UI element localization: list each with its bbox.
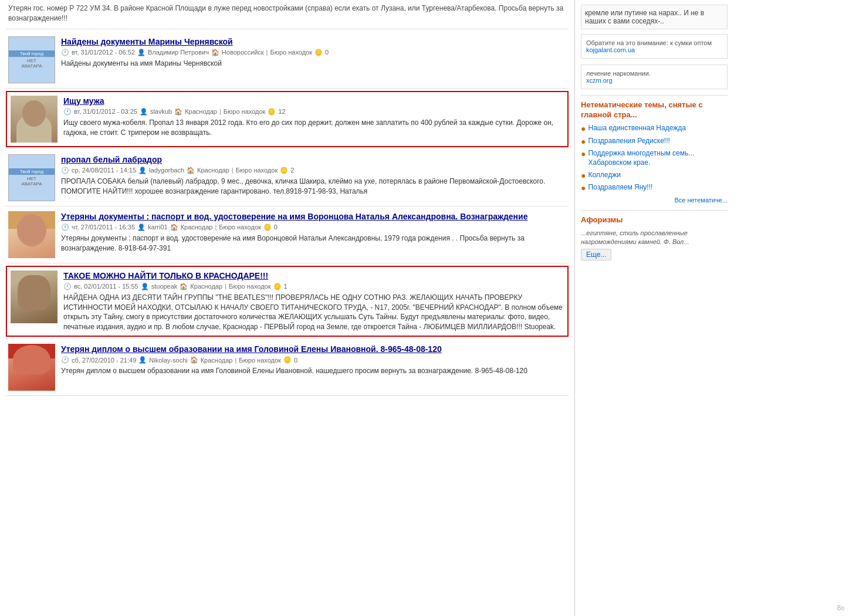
coin-icon-4: 🪙 (263, 224, 272, 231)
coin-icon: 🪙 (314, 49, 323, 56)
post-diplom: Утерян диплом о высшем образовании на им… (6, 339, 569, 396)
post-user-vorontsova[interactable]: karri01 (148, 224, 168, 231)
post-text-diplom: Утерян диплом о высшем образовании на им… (61, 366, 566, 376)
post-title-takoe[interactable]: ТАКОЕ МОЖНО НАЙТИ ТОЛЬКО В КРАСНОДАРЕ!!! (63, 270, 564, 281)
post-coins-labrador: 2 (290, 167, 294, 174)
sidebar-all-offtopic: Все нетематиче... (581, 196, 728, 204)
sidebar-top-ad-text: кремле или путине на нарах.. И не в наши… (585, 9, 704, 25)
post-takoe-mozhno: ТАКОЕ МОЖНО НАЙТИ ТОЛЬКО В КРАСНОДАРЕ!!!… (6, 266, 569, 337)
home-icon-2: 🏠 (174, 108, 182, 116)
post-city-naydeny: Новороссийск (222, 49, 264, 56)
post-coins-takoe: 1 (284, 283, 287, 290)
sidebar-ad1-text: Обратите на это внимание: к сумки оптом (586, 39, 722, 46)
avatar-no-avatar-2: Твой город НЕТАВАТАРА (8, 154, 55, 201)
post-user-diplom[interactable]: Nikolay-sochi (149, 357, 187, 364)
post-date-vorontsova: чт, 27/01/2011 - 16:35 (72, 224, 135, 231)
post-title-labrador[interactable]: пропал белый лабрадор (61, 154, 566, 165)
sidebar-offtopic-link-text-1[interactable]: Наша единственная Надежда (588, 124, 685, 133)
sidebar-divider-2 (581, 210, 728, 211)
post-meta-vorontsova: 🕐 чт, 27/01/2011 - 16:35 👤 karri01 🏠 Кра… (61, 224, 566, 231)
post-user-naydeny[interactable]: Владимир Петрович (148, 49, 209, 56)
sidebar-offtopic-link-text-4[interactable]: Колледжи (588, 171, 621, 180)
post-text-labrador: ПРОПАЛА СОБАКА белый (палевый) лабрадор,… (61, 177, 566, 197)
clock-icon-4: 🕐 (61, 224, 69, 231)
clock-icon-2: 🕐 (63, 108, 72, 116)
post-title-diplom[interactable]: Утерян диплом о высшем образовании на им… (61, 344, 566, 354)
bullet-icon-2: ● (581, 137, 586, 147)
post-user-labrador[interactable]: ladygorbach (149, 167, 184, 174)
post-title-ishu[interactable]: Ищу мужа (63, 96, 564, 106)
sidebar-offtopic-title: Нетематические темы, снятые с главной ст… (581, 100, 728, 120)
post-meta-diplom: 🕐 сб, 27/02/2010 - 21:49 👤 Nikolay-sochi… (61, 356, 566, 364)
home-icon-6: 🏠 (190, 356, 198, 364)
sidebar-ad2-text: лечение наркомании. (586, 70, 722, 77)
sidebar-offtopic-link-text-2[interactable]: Поздравления Редиске!!! (588, 137, 669, 146)
post-ishu-muzha: Ищу мужа 🕐 вт, 31/01/2012 - 03:25 👤 slav… (6, 91, 569, 147)
bullet-icon-5: ● (581, 183, 586, 193)
sidebar-ad2-link[interactable]: xczm.org (586, 77, 613, 84)
post-meta-takoe: 🕐 вс, 02/01/2011 - 15:55 👤 stuopeak 🏠 Кр… (63, 283, 564, 290)
post-city-diplom: Краснодар (201, 357, 233, 364)
sidebar-ad1-link[interactable]: kojgalant.com.ua (586, 46, 635, 53)
post-coins-diplom: 0 (294, 357, 297, 364)
clock-icon: 🕐 (61, 49, 69, 56)
post-user-ishu[interactable]: slavkub (150, 108, 172, 115)
user-icon-3: 👤 (138, 167, 147, 174)
post-category-ishu: Бюро находок (224, 108, 266, 115)
avatar-male-1 (11, 96, 57, 143)
post-body-vorontsova: Утеряны документы : паспорт и вод. удост… (61, 211, 566, 258)
sidebar-more-link: Еще... (581, 251, 728, 259)
home-icon: 🏠 (211, 49, 219, 56)
sidebar-all-offtopic-link[interactable]: Все нетематиче... (674, 197, 728, 204)
post-text-ishu: Ищу своего мужа-кобеля. Пропал 13 января… (63, 118, 564, 138)
user-icon-4: 👤 (137, 224, 146, 231)
clock-icon-5: 🕐 (63, 283, 72, 290)
post-category-vorontsova: Бюро находок (219, 224, 261, 231)
post-coins-naydeny: 0 (325, 49, 329, 56)
coin-icon-5: 🪙 (273, 283, 282, 290)
post-city-vorontsova: Краснодар (181, 224, 213, 231)
avatar-male-2 (11, 270, 57, 323)
avatar-female-3 (8, 344, 55, 391)
post-meta-naydeny: 🕐 вт, 31/01/2012 - 06:52 👤 Владимир Петр… (61, 49, 566, 56)
post-title-vorontsova[interactable]: Утеряны документы : паспорт и вод. удост… (61, 211, 566, 222)
coin-icon-2: 🪙 (268, 108, 276, 116)
post-body-takoe: ТАКОЕ МОЖНО НАЙТИ ТОЛЬКО В КРАСНОДАРЕ!!!… (63, 270, 564, 332)
post-body-naydeny: Найдены документы Марины Чернявской 🕐 вт… (61, 36, 566, 83)
post-text-vorontsova: Утеряны документы : паспорт и вод. удост… (61, 233, 566, 253)
sidebar-more-button[interactable]: Еще... (581, 249, 611, 260)
home-icon-4: 🏠 (170, 224, 178, 231)
post-category-naydeny: Бюро находок (270, 49, 312, 56)
user-icon-2: 👤 (140, 108, 148, 116)
post-date-ishu: вт, 31/01/2012 - 03:25 (74, 108, 137, 115)
post-text-naydeny: Найдены документы на имя Марины Чернявск… (61, 59, 566, 69)
sidebar-offtopic-link-2: ● Поздравления Редиске!!! (581, 137, 728, 147)
avatar-female-1 (8, 211, 55, 258)
sidebar: кремле или путине на нарах.. И не в наши… (575, 0, 733, 616)
post-meta-labrador: 🕐 ср, 24/08/2011 - 14:15 👤 ladygorbach 🏠… (61, 167, 566, 174)
sidebar-offtopic-link-1: ● Наша единственная Надежда (581, 124, 728, 134)
sidebar-offtopic-link-text-3[interactable]: Поддержка многодетным семь... Хабаровско… (588, 149, 728, 167)
clock-icon-3: 🕐 (61, 167, 69, 174)
sidebar-offtopic-link-4: ● Колледжи (581, 171, 728, 181)
post-city-takoe: Краснодар (190, 283, 222, 290)
watermark: Bo (837, 605, 844, 611)
post-coins-vorontsova: 0 (274, 224, 278, 231)
top-partial-text: Утерян гос. номер Р 722 УМ 34. В районе … (8, 4, 566, 23)
bullet-icon-4: ● (581, 171, 586, 181)
user-icon-5: 👤 (141, 283, 149, 290)
post-meta-ishu: 🕐 вт, 31/01/2012 - 03:25 👤 slavkub 🏠 Кра… (63, 108, 564, 116)
sidebar-offtopic-link-text-5[interactable]: Поздравляем Яну!!! (588, 183, 652, 192)
post-user-takoe[interactable]: stuopeak (151, 283, 178, 290)
sidebar-aphorisms-title: Афоризмы (581, 215, 728, 225)
top-partial-post: Утерян гос. номер Р 722 УМ 34. В районе … (6, 0, 569, 29)
bullet-icon-1: ● (581, 124, 586, 134)
post-body-ishu: Ищу мужа 🕐 вт, 31/01/2012 - 03:25 👤 slav… (63, 96, 564, 143)
post-category-diplom: Бюро находок (239, 357, 281, 364)
post-coins-ishu: 12 (278, 108, 285, 115)
post-text-takoe: НАЙДЕНА ОДНА ИЗ ДЕСЯТИ ТАЙН ГРУППЫ "THE … (63, 293, 564, 332)
sidebar-ad-2: лечение наркомании. xczm.org (581, 65, 728, 89)
sidebar-offtopic-link-5: ● Поздравляем Яну!!! (581, 183, 728, 193)
sidebar-aphorism-text: ...египтяне, столь прославленные нагромо… (581, 229, 728, 247)
post-title-naydeny[interactable]: Найдены документы Марины Чернявской (61, 36, 566, 47)
